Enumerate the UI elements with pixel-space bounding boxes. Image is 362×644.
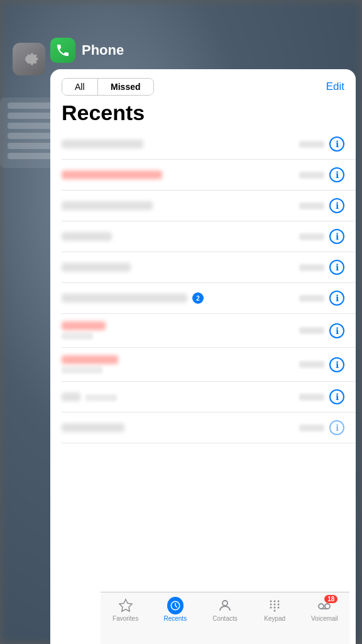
- call-item-info: [62, 263, 299, 272]
- call-item: ℹ: [62, 191, 356, 221]
- phone-app-icon: [50, 38, 75, 63]
- voicemail-badge: 18: [324, 595, 337, 603]
- phone-card: All Missed Edit Recents ℹ: [50, 69, 356, 644]
- call-name: [62, 423, 299, 432]
- call-name: [62, 263, 299, 272]
- svg-point-12: [319, 604, 324, 609]
- call-item-info: 2: [62, 292, 299, 304]
- call-item-info: [62, 140, 299, 148]
- settings-icon: [13, 43, 45, 75]
- recents-label: Recents: [163, 615, 187, 622]
- call-item: ℹ: [62, 314, 356, 348]
- call-item-info: [62, 355, 299, 374]
- info-icon: ℹ: [336, 293, 339, 303]
- tab-contacts[interactable]: Contacts: [200, 597, 250, 622]
- call-name-missed: [62, 170, 299, 179]
- info-icon: ℹ: [336, 201, 339, 211]
- contacts-label: Contacts: [212, 615, 237, 622]
- svg-point-7: [278, 604, 280, 606]
- info-icon: ℹ: [336, 392, 339, 402]
- svg-point-5: [270, 604, 272, 606]
- segment-control: All Missed: [62, 78, 154, 96]
- call-item-info: [62, 392, 299, 401]
- svg-point-10: [278, 607, 280, 609]
- call-info-button[interactable]: ℹ: [329, 229, 344, 244]
- call-info-button[interactable]: ℹ: [329, 198, 344, 213]
- call-info-button[interactable]: ℹ: [329, 357, 344, 372]
- call-name-missed: [62, 355, 299, 364]
- call-info-button[interactable]: ℹ: [329, 260, 344, 275]
- call-name: [62, 392, 299, 401]
- voicemail-icon: 18: [316, 597, 332, 614]
- call-item-info: [62, 170, 299, 179]
- call-item: ℹ: [62, 160, 356, 191]
- svg-point-1: [222, 601, 228, 606]
- call-item: ℹ: [62, 221, 356, 252]
- recents-title: Recents: [50, 96, 356, 129]
- call-name: [62, 140, 299, 148]
- contacts-icon: [217, 597, 233, 614]
- call-info-button[interactable]: ℹ: [329, 136, 344, 152]
- call-item-info: [62, 423, 299, 432]
- tab-recents[interactable]: Recents: [150, 597, 200, 622]
- call-item: ℹ: [62, 382, 356, 413]
- info-icon: ℹ: [336, 262, 339, 272]
- svg-point-9: [274, 607, 276, 609]
- info-icon: ℹ: [336, 326, 339, 336]
- call-item: ℹ: [62, 348, 356, 382]
- edit-button[interactable]: Edit: [326, 80, 344, 93]
- call-info-button[interactable]: ℹ: [329, 167, 344, 182]
- call-list: ℹ ℹ ℹ: [50, 129, 356, 644]
- call-item-info: [62, 321, 299, 340]
- svg-point-13: [325, 604, 330, 609]
- info-icon: ℹ: [336, 423, 339, 433]
- tab-bar: Favorites Recents Cont: [101, 592, 349, 644]
- keypad-icon: [266, 597, 283, 614]
- call-info-button[interactable]: ℹ: [329, 389, 344, 404]
- svg-point-8: [270, 607, 272, 609]
- info-icon: ℹ: [336, 360, 339, 370]
- info-icon: ℹ: [336, 139, 339, 149]
- phone-header-title: Phone: [82, 42, 124, 58]
- call-item-info: [62, 232, 299, 241]
- recents-icon: [167, 597, 184, 614]
- call-item: ℹ: [62, 252, 356, 283]
- call-item: 2 ℹ: [62, 283, 356, 314]
- svg-point-6: [274, 604, 276, 606]
- voicemail-label: Voicemail: [311, 615, 338, 622]
- call-item: ℹ: [62, 129, 356, 160]
- keypad-label: Keypad: [264, 615, 285, 622]
- phone-app-header: Phone: [50, 38, 349, 63]
- call-name: [62, 201, 299, 210]
- call-name: [62, 232, 299, 241]
- info-icon: ℹ: [336, 170, 339, 180]
- missed-tab[interactable]: Missed: [98, 79, 153, 95]
- call-info-button[interactable]: ℹ: [329, 291, 344, 306]
- favorites-icon: [118, 597, 134, 614]
- call-name-missed: [62, 321, 299, 330]
- tab-voicemail[interactable]: 18 Voicemail: [300, 597, 349, 622]
- svg-point-3: [274, 601, 276, 602]
- recents-circle-icon: [167, 597, 184, 614]
- call-info-button[interactable]: ℹ: [329, 420, 344, 435]
- favorites-label: Favorites: [112, 615, 138, 622]
- call-item: ℹ: [62, 413, 356, 443]
- segment-row: All Missed Edit: [50, 69, 356, 96]
- tab-keypad[interactable]: Keypad: [250, 597, 300, 622]
- all-tab[interactable]: All: [62, 79, 97, 95]
- tab-favorites[interactable]: Favorites: [101, 597, 150, 622]
- call-info-button[interactable]: ℹ: [329, 323, 344, 338]
- svg-point-4: [278, 601, 280, 602]
- call-name: 2: [62, 292, 299, 304]
- svg-point-2: [270, 601, 272, 602]
- info-icon: ℹ: [336, 231, 339, 242]
- svg-point-11: [274, 610, 276, 612]
- call-item-info: [62, 201, 299, 210]
